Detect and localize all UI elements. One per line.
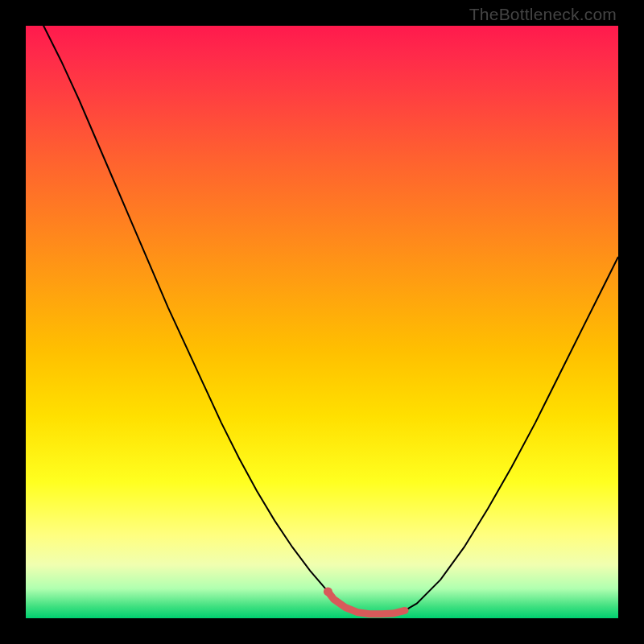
valley-marker — [324, 587, 405, 613]
bottleneck-chart: TheBottleneck.com — [0, 0, 644, 644]
svg-point-0 — [324, 587, 332, 596]
curve-layer — [0, 0, 644, 644]
bottleneck-curve — [26, 0, 618, 614]
